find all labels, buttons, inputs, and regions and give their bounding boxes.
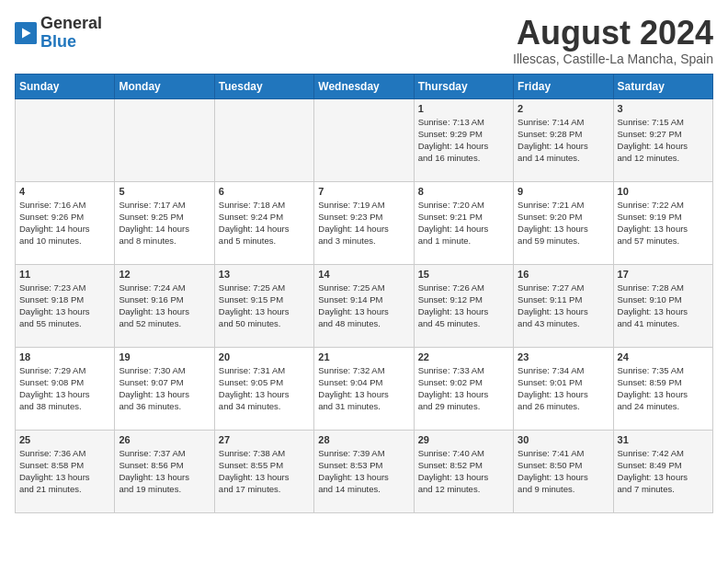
header-sunday: Sunday (16, 74, 115, 98)
location-title: Illescas, Castille-La Mancha, Spain (513, 52, 713, 66)
day-number: 24 (618, 351, 709, 362)
day-info: Sunrise: 7:19 AMSunset: 9:23 PMDaylight:… (318, 199, 409, 247)
day-number: 21 (318, 351, 409, 362)
day-info: Sunrise: 7:20 AMSunset: 9:21 PMDaylight:… (418, 199, 509, 247)
day-info: Sunrise: 7:31 AMSunset: 9:05 PMDaylight:… (219, 364, 310, 413)
calendar-cell: 12Sunrise: 7:24 AMSunset: 9:16 PMDayligh… (115, 264, 214, 347)
calendar-row: 4Sunrise: 7:16 AMSunset: 9:26 PMDaylight… (16, 181, 713, 264)
calendar-cell: 21Sunrise: 7:32 AMSunset: 9:04 PMDayligh… (314, 347, 414, 430)
calendar-row: 1Sunrise: 7:13 AMSunset: 9:29 PMDaylight… (16, 98, 713, 181)
calendar-cell: 24Sunrise: 7:35 AMSunset: 8:59 PMDayligh… (613, 347, 712, 430)
day-number: 16 (518, 269, 609, 280)
calendar-cell: 29Sunrise: 7:40 AMSunset: 8:52 PMDayligh… (414, 430, 513, 512)
day-number: 30 (518, 434, 609, 445)
day-number: 13 (219, 269, 310, 280)
day-number: 4 (19, 186, 110, 197)
day-info: Sunrise: 7:40 AMSunset: 8:52 PMDaylight:… (418, 447, 509, 496)
calendar-cell (314, 98, 414, 181)
logo-icon (15, 22, 37, 44)
calendar-cell (16, 98, 115, 181)
day-info: Sunrise: 7:36 AMSunset: 8:58 PMDaylight:… (19, 447, 110, 496)
calendar-row: 25Sunrise: 7:36 AMSunset: 8:58 PMDayligh… (16, 430, 713, 512)
calendar-cell: 14Sunrise: 7:25 AMSunset: 9:14 PMDayligh… (314, 264, 414, 347)
day-info: Sunrise: 7:14 AMSunset: 9:28 PMDaylight:… (518, 116, 609, 165)
day-number: 8 (418, 186, 509, 197)
day-number: 27 (219, 434, 310, 445)
day-number: 6 (219, 186, 310, 197)
day-number: 18 (19, 351, 110, 362)
header: General Blue August 2024 Illescas, Casti… (15, 15, 713, 66)
day-number: 3 (618, 103, 709, 114)
title-area: August 2024 Illescas, Castille-La Mancha… (513, 15, 713, 66)
calendar-cell: 20Sunrise: 7:31 AMSunset: 9:05 PMDayligh… (214, 347, 313, 430)
day-info: Sunrise: 7:17 AMSunset: 9:25 PMDaylight:… (119, 199, 210, 247)
day-info: Sunrise: 7:25 AMSunset: 9:14 PMDaylight:… (318, 282, 409, 330)
calendar-cell: 31Sunrise: 7:42 AMSunset: 8:49 PMDayligh… (613, 430, 712, 512)
day-info: Sunrise: 7:30 AMSunset: 9:07 PMDaylight:… (119, 364, 210, 413)
calendar-cell (214, 98, 313, 181)
day-number: 20 (219, 351, 310, 362)
day-info: Sunrise: 7:41 AMSunset: 8:50 PMDaylight:… (518, 447, 609, 496)
header-tuesday: Tuesday (214, 74, 313, 98)
header-thursday: Thursday (414, 74, 513, 98)
day-number: 29 (418, 434, 509, 445)
calendar-cell: 10Sunrise: 7:22 AMSunset: 9:19 PMDayligh… (613, 181, 712, 264)
calendar-cell: 26Sunrise: 7:37 AMSunset: 8:56 PMDayligh… (115, 430, 214, 512)
day-number: 7 (318, 186, 409, 197)
day-info: Sunrise: 7:29 AMSunset: 9:08 PMDaylight:… (19, 364, 110, 413)
day-number: 1 (418, 103, 509, 114)
day-info: Sunrise: 7:37 AMSunset: 8:56 PMDaylight:… (119, 447, 210, 496)
calendar-cell: 13Sunrise: 7:25 AMSunset: 9:15 PMDayligh… (214, 264, 313, 347)
day-number: 22 (418, 351, 509, 362)
calendar-cell: 6Sunrise: 7:18 AMSunset: 9:24 PMDaylight… (214, 181, 313, 264)
header-monday: Monday (115, 74, 214, 98)
logo-text: General Blue (40, 15, 102, 52)
day-number: 19 (119, 351, 210, 362)
day-number: 2 (518, 103, 609, 114)
day-number: 31 (618, 434, 709, 445)
day-info: Sunrise: 7:35 AMSunset: 8:59 PMDaylight:… (618, 364, 709, 413)
day-number: 14 (318, 269, 409, 280)
calendar-cell: 9Sunrise: 7:21 AMSunset: 9:20 PMDaylight… (514, 181, 613, 264)
day-number: 28 (318, 434, 409, 445)
day-number: 15 (418, 269, 509, 280)
calendar-row: 11Sunrise: 7:23 AMSunset: 9:18 PMDayligh… (16, 264, 713, 347)
day-info: Sunrise: 7:32 AMSunset: 9:04 PMDaylight:… (318, 364, 409, 413)
day-info: Sunrise: 7:27 AMSunset: 9:11 PMDaylight:… (518, 282, 609, 330)
calendar-cell (115, 98, 214, 181)
header-saturday: Saturday (613, 74, 712, 98)
calendar-cell: 16Sunrise: 7:27 AMSunset: 9:11 PMDayligh… (514, 264, 613, 347)
day-info: Sunrise: 7:16 AMSunset: 9:26 PMDaylight:… (19, 199, 110, 247)
day-number: 11 (19, 269, 110, 280)
calendar-cell: 19Sunrise: 7:30 AMSunset: 9:07 PMDayligh… (115, 347, 214, 430)
calendar-cell: 25Sunrise: 7:36 AMSunset: 8:58 PMDayligh… (16, 430, 115, 512)
calendar-cell: 30Sunrise: 7:41 AMSunset: 8:50 PMDayligh… (514, 430, 613, 512)
day-info: Sunrise: 7:21 AMSunset: 9:20 PMDaylight:… (518, 199, 609, 247)
day-info: Sunrise: 7:13 AMSunset: 9:29 PMDaylight:… (418, 116, 509, 165)
calendar-cell: 28Sunrise: 7:39 AMSunset: 8:53 PMDayligh… (314, 430, 414, 512)
calendar-cell: 5Sunrise: 7:17 AMSunset: 9:25 PMDaylight… (115, 181, 214, 264)
day-number: 12 (119, 269, 210, 280)
logo: General Blue (15, 15, 102, 52)
day-number: 9 (518, 186, 609, 197)
calendar-cell: 11Sunrise: 7:23 AMSunset: 9:18 PMDayligh… (16, 264, 115, 347)
day-number: 26 (119, 434, 210, 445)
calendar-table: SundayMondayTuesdayWednesdayThursdayFrid… (15, 74, 713, 513)
day-info: Sunrise: 7:34 AMSunset: 9:01 PMDaylight:… (518, 364, 609, 413)
day-info: Sunrise: 7:15 AMSunset: 9:27 PMDaylight:… (618, 116, 709, 165)
calendar-cell: 1Sunrise: 7:13 AMSunset: 9:29 PMDaylight… (414, 98, 513, 181)
calendar-cell: 22Sunrise: 7:33 AMSunset: 9:02 PMDayligh… (414, 347, 513, 430)
calendar-cell: 23Sunrise: 7:34 AMSunset: 9:01 PMDayligh… (514, 347, 613, 430)
day-info: Sunrise: 7:39 AMSunset: 8:53 PMDaylight:… (318, 447, 409, 496)
day-number: 10 (618, 186, 709, 197)
calendar-cell: 17Sunrise: 7:28 AMSunset: 9:10 PMDayligh… (613, 264, 712, 347)
day-info: Sunrise: 7:33 AMSunset: 9:02 PMDaylight:… (418, 364, 509, 413)
calendar-cell: 15Sunrise: 7:26 AMSunset: 9:12 PMDayligh… (414, 264, 513, 347)
logo-blue: Blue (40, 32, 76, 51)
header-friday: Friday (514, 74, 613, 98)
day-info: Sunrise: 7:28 AMSunset: 9:10 PMDaylight:… (618, 282, 709, 330)
day-info: Sunrise: 7:24 AMSunset: 9:16 PMDaylight:… (119, 282, 210, 330)
header-wednesday: Wednesday (314, 74, 414, 98)
month-title: August 2024 (513, 15, 713, 52)
day-number: 17 (618, 269, 709, 280)
